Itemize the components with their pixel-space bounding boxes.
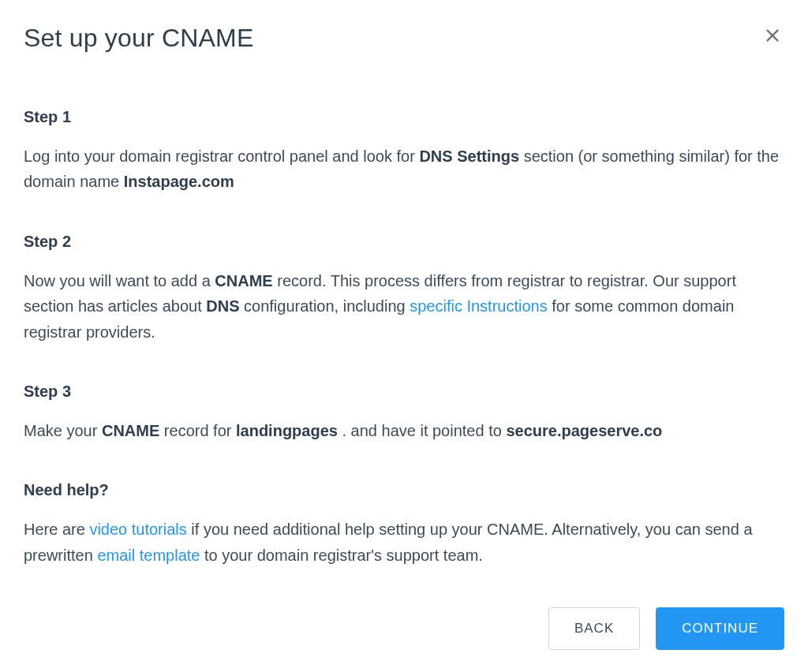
step-3-heading: Step 3 — [24, 383, 781, 401]
need-help-body: Here are video tutorials if you need add… — [24, 517, 781, 568]
text-fragment: record for — [164, 422, 236, 439]
step-1-body: Log into your domain registrar control p… — [24, 144, 781, 195]
text-bold: DNS — [206, 297, 239, 315]
email-template-link[interactable]: email template — [97, 547, 200, 564]
modal-header: Set up your CNAME — [24, 24, 784, 53]
step-2-body: Now you will want to add a CNAME record.… — [24, 268, 781, 345]
text-fragment: Here are — [24, 521, 89, 538]
text-bold: landingpages — [236, 422, 338, 439]
text-bold: CNAME — [102, 422, 159, 439]
text-bold: Instapage.com — [124, 173, 234, 190]
need-help-heading: Need help? — [24, 481, 781, 499]
continue-button[interactable]: CONTINUE — [656, 607, 784, 650]
text-fragment: configuration, including — [244, 297, 410, 315]
text-fragment: Log into your domain registrar control p… — [24, 147, 419, 165]
back-button[interactable]: BACK — [548, 607, 640, 650]
step-3-body: Make your CNAME record for landingpages … — [24, 418, 781, 443]
text-bold: DNS Settings — [419, 147, 519, 165]
modal-title: Set up your CNAME — [24, 24, 254, 53]
close-icon — [764, 27, 781, 47]
text-bold: secure.pageserve.co — [506, 422, 662, 439]
step-2-heading: Step 2 — [24, 233, 781, 251]
text-fragment: Now you will want to add a — [24, 272, 215, 289]
text-fragment: Make your — [24, 422, 102, 439]
modal-footer: BACK CONTINUE — [548, 607, 784, 650]
video-tutorials-link[interactable]: video tutorials — [89, 521, 186, 538]
modal-content: Step 1 Log into your domain registrar co… — [24, 108, 781, 568]
specific-instructions-link[interactable]: specific Instructions — [410, 297, 548, 315]
close-button[interactable] — [761, 24, 784, 50]
step-1-heading: Step 1 — [24, 108, 781, 126]
text-fragment: to your domain registrar's support team. — [204, 547, 483, 564]
text-bold: CNAME — [215, 272, 272, 289]
text-fragment: . and have it pointed to — [342, 422, 506, 439]
